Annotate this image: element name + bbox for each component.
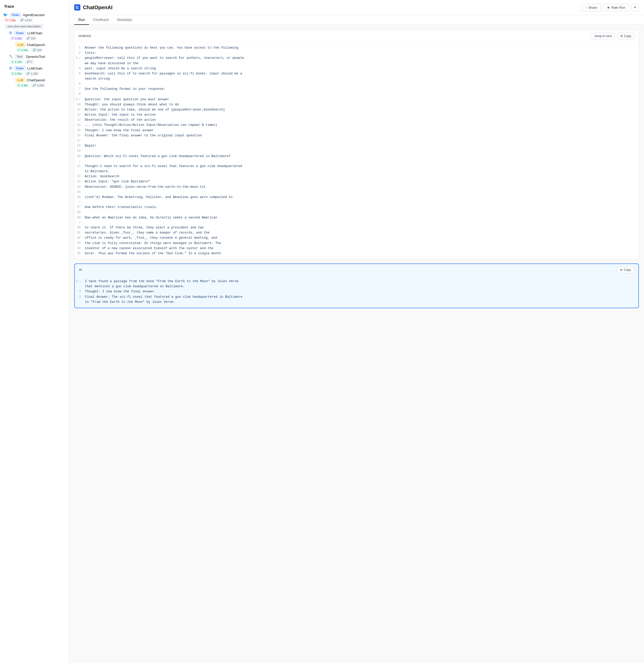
copy-icon-human: ⧉: [620, 34, 623, 38]
code-line: 7Use the following format in your respon…: [74, 87, 639, 92]
tab-metadata[interactable]: Metadata: [113, 15, 136, 25]
trace-item-chatopenai-1[interactable]: LLM ChatOpenAI ⏱ 2.94s 🔗 234: [12, 41, 69, 53]
code-line: is "From the Earth to the Moon" by Jules…: [75, 299, 638, 305]
ai-code-content: 1 ✓I have found a passage from the book …: [75, 276, 638, 308]
tab-run[interactable]: Run: [74, 15, 89, 25]
code-line: 26 ✓(cont'd) Rodman. The Armstrong, Pall…: [74, 195, 639, 205]
tabs: Run Feedback Metadata: [69, 15, 644, 25]
code-line: 27bow before their transatlantic rivals.: [74, 205, 639, 210]
line-number: 31: [74, 230, 85, 235]
main-header: ChatOpenAI ↑ Share ★ Rate Run +: [69, 0, 644, 15]
line-number: 21: [74, 164, 85, 169]
code-line: 9 ✓Question: the input question you must…: [74, 97, 639, 102]
header-right: ↑ Share ★ Rate Run +: [581, 4, 639, 11]
rate-run-button[interactable]: ★ Rate Run: [603, 4, 629, 11]
line-text: inventor of a new cannon associated hims…: [85, 246, 639, 251]
chatopenai1-tokens: 🔗 234: [31, 48, 43, 52]
line-text: past. input should be a search string: [85, 66, 639, 71]
code-line: 18Begin!: [74, 143, 639, 148]
line-number: 3: [75, 294, 85, 299]
trace-item-agent-executor[interactable]: 🐦 Chain AgentExecutor ⏱ 7.16s 🔗 1,514 ze…: [0, 12, 69, 30]
line-number: 6: [74, 81, 85, 87]
ai-message-header: AI ⧉ Copy: [75, 264, 638, 276]
trace-item-llmchain-2[interactable]: ⛓ Chain LLMChain ⏱ 2.59s 🔗 1,280: [6, 65, 69, 77]
line-number: 11: [74, 107, 85, 112]
llmchain1-tokens: 🔗 234: [25, 36, 37, 40]
code-line: 16Final Answer: the final answer to the …: [74, 133, 639, 138]
app-title: ChatOpenAI: [83, 5, 113, 10]
code-line: 32office is ready for work; _five_, they…: [74, 235, 639, 241]
human-copy-button[interactable]: ⧉ Copy: [617, 33, 635, 39]
line-number: 22: [74, 174, 85, 179]
header-left: ChatOpenAI: [74, 4, 113, 10]
tab-feedback[interactable]: Feedback: [89, 15, 113, 25]
trace-item-dynamictool[interactable]: 🔧 Tool DynamicTool ⏱ 1.18s 🔗 0: [6, 53, 69, 65]
line-number: [75, 299, 85, 300]
code-line: 34inventor of a new cannon associated hi…: [74, 246, 639, 251]
clock-icon-2: ⏱: [11, 37, 14, 40]
code-line: 4past. input should be a search string: [74, 66, 639, 71]
chatopenai1-time: ⏱ 2.94s: [16, 48, 29, 52]
ai-copy-button[interactable]: ⧉ Copy: [617, 267, 634, 273]
line-number: 17: [74, 138, 85, 143]
line-number: 13: [74, 117, 85, 122]
line-number: [74, 76, 85, 76]
line-text: borer. Thus was formed the nucleus of th…: [85, 251, 639, 256]
line-number: 2: [75, 289, 85, 294]
line-text: Final Answer: the final answer to the or…: [85, 133, 639, 138]
line-number: 28: [74, 210, 85, 215]
line-text: (cont'd) Rodman. The Armstrong, Palliser…: [85, 195, 639, 200]
line-text: Thought: you should always think about w…: [85, 102, 639, 107]
code-line: in Baltimore.: [74, 169, 639, 174]
token-icon-4: 🔗: [26, 60, 30, 64]
trace-item-llmchain-1[interactable]: ⛓ Chain LLMChain ⏱ 3.08s 🔗 234: [6, 30, 69, 41]
badge-chain-agent: Chain: [9, 13, 22, 17]
plus-button[interactable]: +: [631, 4, 639, 11]
line-number: 4: [74, 66, 85, 71]
line-text: I have found a passage from the book "Fr…: [85, 279, 638, 284]
line-text: Answer the following questions as best y…: [85, 45, 639, 50]
dynamictool-time: ⏱ 1.18s: [10, 60, 23, 64]
line-text: we may have discussed in the: [85, 61, 639, 66]
clock-icon-5: ⏱: [11, 72, 14, 75]
code-line: 33the club is fully constituted. So thin…: [74, 241, 639, 246]
line-text: Now when an American has an idea, he dir…: [85, 215, 639, 220]
chatopenai2-time: ⏱ 2.38s: [16, 84, 29, 88]
line-text: Action: the action to take, should be on…: [85, 107, 639, 112]
line-number: 35: [74, 251, 85, 256]
chain-icon-2: ⛓: [9, 67, 12, 70]
code-line: 13Observation: the result of the action: [74, 117, 639, 122]
line-number: 3 ✓: [74, 55, 85, 61]
dynamictool-name: DynamicTool: [26, 55, 45, 59]
icon-line-3: [76, 8, 79, 9]
code-line: 2Thought: I now know the final answer.: [75, 289, 638, 294]
line-text: that mentions a gun club headquartered i…: [85, 284, 638, 289]
code-line: 19: [74, 148, 639, 154]
badge-tool: Tool: [15, 54, 24, 59]
llmchain1-time: ⏱ 3.08s: [10, 36, 23, 40]
line-text: Thought: I now know the final answer.: [85, 289, 638, 294]
jump-to-next-button[interactable]: Jump to next: [591, 33, 615, 39]
token-icon-6: 🔗: [32, 84, 36, 87]
line-number: [74, 169, 85, 169]
line-text: in Baltimore.: [85, 169, 639, 174]
line-text: secretaries. Given _four_, they name a k…: [85, 230, 639, 235]
line-number: 29 ✓: [74, 215, 85, 225]
badge-llm-1: LLM: [15, 43, 25, 47]
line-number: 7: [74, 87, 85, 92]
code-line: 15Thought: I now know the final answer: [74, 128, 639, 133]
line-number: 23: [74, 179, 85, 184]
share-button[interactable]: ↑ Share: [581, 4, 601, 11]
line-text: Action Input: "gun club Baltimore": [85, 179, 639, 184]
ai-label: AI: [79, 268, 82, 272]
line-text: Thought: I now know the final answer: [85, 128, 639, 133]
trace-item-chatopenai-2[interactable]: LLM ChatOpenAI ⏱ 2.38s 🔗 1,280: [12, 77, 69, 89]
code-line: 23Action Input: "gun club Baltimore": [74, 179, 639, 184]
line-number: 24: [74, 184, 85, 189]
tool-icon: 🔧: [9, 55, 13, 58]
share-icon: ↑: [585, 6, 587, 9]
code-line: 3 ✓peopleRetriever: call this if you wan…: [74, 55, 639, 61]
line-text: Action: bookSearch: [85, 174, 639, 179]
line-number: 15: [74, 128, 85, 133]
line-number: 30: [74, 225, 85, 230]
